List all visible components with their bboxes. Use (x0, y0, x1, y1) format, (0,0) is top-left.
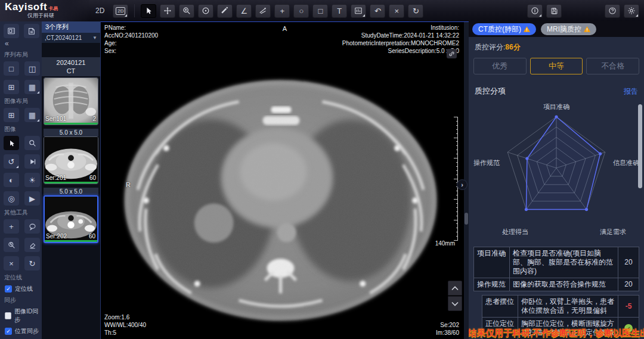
probe-tool-button[interactable]: + (274, 4, 290, 18)
info-icon (531, 7, 539, 15)
link-series-button[interactable] (447, 49, 457, 58)
layout-grid-button[interactable]: ▦ (24, 80, 40, 94)
section-sync-label: 同步 (4, 296, 42, 304)
image-cursor-button[interactable] (4, 136, 19, 150)
length-tool-button[interactable] (217, 4, 233, 18)
thumbnail-image-count: 2 (92, 116, 96, 122)
image-target-button[interactable]: ◎ (4, 191, 19, 206)
cursor-tool-button[interactable] (141, 4, 156, 18)
report-link[interactable]: 报告 (624, 86, 638, 97)
ct-axial-image[interactable] (101, 22, 469, 339)
image-magnify-button[interactable] (24, 136, 40, 150)
research-disclaimer-marquee: I结果仅用于科研,不作诊断证明，诊断以医生出具的诊断 (469, 326, 644, 339)
eraser-tool-button[interactable] (24, 238, 40, 252)
sync-image-id-checkbox[interactable] (5, 312, 11, 319)
undo-button[interactable]: ↶ (370, 4, 385, 18)
series-thumbnail-202[interactable]: Ser:202 60 (44, 195, 98, 243)
series-layout-panel-button[interactable] (4, 24, 19, 38)
thumbnail-series-label: Ser:202 (46, 233, 67, 240)
settings-button[interactable] (624, 4, 639, 18)
image-brightness-button[interactable]: ☀ (24, 173, 40, 187)
tab-ct-qc[interactable]: CT质控(肺部) (472, 23, 536, 35)
orientation-marker-right: R (126, 181, 131, 188)
invert-icon: ◐ (9, 176, 14, 185)
2d-view-button[interactable]: 2D (113, 4, 128, 18)
windowing-tool-button[interactable] (198, 4, 213, 18)
reset-button[interactable]: ↻ (408, 4, 423, 18)
layout-1x1-button[interactable]: □ (4, 61, 19, 76)
scroll-flag-icon (29, 158, 36, 166)
save-button[interactable] (546, 4, 562, 18)
slice-up-button[interactable] (448, 281, 462, 296)
locator-option: 定位线 (5, 285, 42, 293)
help-button[interactable] (605, 4, 620, 18)
cine-play-button[interactable]: ▶ (24, 191, 40, 206)
delete-annotation-button[interactable]: × (389, 4, 404, 18)
eraser-icon (29, 241, 36, 249)
gear-icon (627, 7, 636, 15)
slice-scrollbar-thumb[interactable] (465, 213, 468, 225)
qc-item-desc: 仰卧位，双臂上举抱头，患者体位摆放合适，无明显偏斜 (518, 296, 618, 317)
local-magnify-button[interactable] (4, 238, 19, 252)
sync-position-checkbox[interactable] (5, 328, 12, 335)
zoom-tool-button[interactable] (179, 4, 194, 18)
annotation-list-button[interactable] (351, 4, 366, 18)
age-label: Age: (104, 39, 158, 47)
reset-tool-button[interactable]: ↻ (24, 256, 40, 270)
study-dropdown[interactable]: ,CT,20240121 ▼ (42, 33, 100, 43)
layout-1x2-button[interactable]: ◫ (24, 61, 40, 76)
add-tool-button[interactable]: + (4, 219, 19, 234)
grade-fail-button[interactable]: 不合格 (586, 58, 639, 74)
app-logo: Kayisoft 卡易 仅用于科研 (0, 0, 89, 21)
qc-item-name: 操作规范 (474, 278, 510, 291)
delete-tool-button[interactable]: × (4, 256, 19, 270)
report-panel-button[interactable] (24, 24, 39, 38)
layout-2x2-button[interactable]: ⊞ (4, 80, 19, 94)
cobb-angle-tool-button[interactable] (255, 4, 271, 18)
windowing-icon (202, 7, 210, 15)
app-window: Kayisoft 卡易 仅用于科研 2D 2D ∠ (0, 0, 644, 339)
qc-panel-scrollbar-thumb[interactable] (638, 104, 642, 188)
institution-label: Institusion: (342, 24, 459, 32)
qc-score-label: 质控评分: (475, 43, 505, 51)
text-icon: T (337, 7, 342, 15)
study-group-header: 20240121 CT (42, 57, 100, 76)
sync-option-image-id: 图像ID同步 (5, 307, 42, 324)
link-icon (448, 51, 455, 57)
orientation-marker-anterior: A (283, 25, 287, 32)
close-x-icon: × (9, 259, 14, 268)
table-row: 患者摆位 仰卧位，双臂上举抱头，患者体位摆放合适，无明显偏斜 -5 (482, 296, 639, 317)
grade-excellent-button[interactable]: 优秀 (473, 58, 527, 74)
magnifier-icon (29, 139, 36, 147)
image-layout-2x2-button[interactable]: ⊞ (4, 108, 19, 122)
viewport[interactable]: PName: AccNO:2401210200 Age: Sex: Instit… (100, 21, 469, 339)
tab-mri-qc[interactable]: MRI脑质控 (541, 23, 596, 35)
image-rotate-button[interactable]: ↺ (4, 154, 19, 169)
text-annotation-button[interactable]: T (332, 4, 347, 18)
rect-roi-button[interactable]: □ (312, 4, 328, 18)
expand-panel-handle[interactable]: › (457, 179, 467, 190)
collapse-sidebar-button[interactable]: « (5, 39, 42, 48)
grade-medium-button[interactable]: 中等 (530, 58, 583, 74)
comment-tool-button[interactable] (24, 219, 40, 234)
image-scroll-button[interactable] (24, 154, 40, 169)
section-image-label: 图像 (4, 125, 42, 133)
series-thumbnail-201[interactable]: Ser:201 60 (44, 136, 98, 184)
play-icon: ▶ (29, 194, 35, 203)
annotation-list-icon (354, 7, 363, 15)
image-layout-grid-button[interactable]: ▦ (24, 108, 40, 122)
angle-tool-button[interactable]: ∠ (236, 4, 252, 18)
reset-icon: ↻ (29, 259, 36, 268)
slice-down-button[interactable] (448, 296, 462, 311)
qc-tab-bar: CT质控(肺部) MRI脑质控 (469, 21, 644, 37)
layout-1x2-icon: ◫ (29, 64, 36, 73)
thumbnail-loaded-bar (44, 123, 98, 125)
series-thumbnail-101[interactable]: Ser:101 2 (44, 77, 98, 125)
image-invert-button[interactable]: ◐ (4, 173, 19, 187)
pan-tool-button[interactable] (160, 4, 175, 18)
ellipse-roi-button[interactable]: ○ (293, 4, 309, 18)
info-button[interactable] (527, 4, 543, 18)
locator-checkbox[interactable] (5, 285, 12, 293)
radar-axis-label: 项目准确 (543, 102, 569, 111)
qc-subsection-header: 质控分项 报告 (469, 82, 644, 98)
